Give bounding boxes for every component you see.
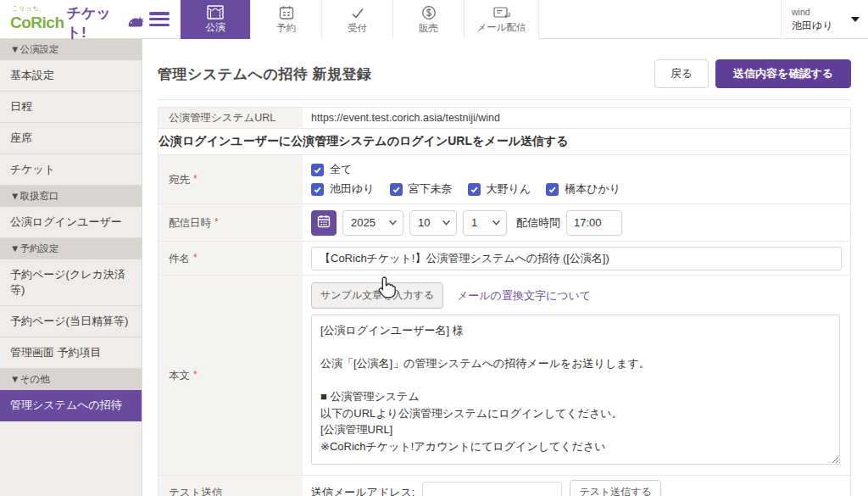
- checkbox-checked-icon: [546, 183, 559, 196]
- year-select-wrap: 2025: [342, 210, 403, 236]
- confirm-send-button[interactable]: 送信内容を確認する: [715, 59, 851, 88]
- sidebar-item-basic-settings[interactable]: 基本設定: [0, 60, 142, 92]
- tab-reservation[interactable]: 予約: [251, 0, 322, 39]
- checkbox-checked-icon: [468, 183, 481, 196]
- check-icon: [350, 5, 365, 20]
- dollar-circle-icon: [421, 5, 437, 20]
- tab-label: 公演: [206, 21, 225, 34]
- sidebar-item-admin-system-invite[interactable]: 管理システムへの招待: [0, 390, 142, 421]
- tab-reception[interactable]: 受付: [322, 0, 393, 39]
- recipient-checkbox-user[interactable]: 宮下未奈: [390, 181, 453, 197]
- invite-form: 公演管理システムURL https://event.test.corich.as…: [158, 107, 851, 496]
- test-email-label: 送信メールアドレス:: [311, 485, 415, 496]
- top-header: こりっち CoRich チケット!: [0, 0, 868, 39]
- mail-send-icon: [493, 6, 510, 20]
- test-send-label: テスト送信: [159, 476, 303, 496]
- delivery-datetime-row: 配信日時* 2025: [159, 204, 850, 242]
- corich-ticket-logo[interactable]: こりっち CoRich チケット!: [10, 3, 146, 37]
- hedgehog-icon: [125, 14, 146, 33]
- tab-sales[interactable]: 販売: [393, 0, 465, 39]
- sidebar-item-seats[interactable]: 座席: [0, 123, 142, 154]
- sidebar-item-reservation-page-card[interactable]: 予約ページ(クレカ決済等): [0, 259, 142, 306]
- sidebar-item-tickets[interactable]: チケット: [0, 154, 142, 186]
- recipient-label: 大野りん: [487, 181, 531, 197]
- sidebar-section-reservation-settings: ▼予約設定: [0, 238, 142, 259]
- tab-mail-delivery[interactable]: メール配信: [465, 0, 539, 39]
- delivery-datetime-label: 配信日時*: [159, 204, 303, 241]
- sidebar-item-schedule[interactable]: 日程: [0, 92, 142, 123]
- calendar-icon: [317, 215, 331, 231]
- recipient-checkbox-all[interactable]: 全て: [311, 162, 352, 177]
- month-select-wrap: 10: [409, 210, 457, 236]
- test-send-row: テスト送信 送信メールアドレス: テスト送信する: [159, 476, 850, 496]
- test-email-input[interactable]: [422, 482, 562, 496]
- year-select[interactable]: 2025: [342, 210, 403, 236]
- recipients-label: 宛先*: [159, 155, 303, 203]
- mail-body-textarea[interactable]: [公演ログインユーザー名] 様 公演「[公演名]」の管理システムへの招待メールを…: [311, 315, 840, 465]
- month-select[interactable]: 10: [409, 210, 457, 236]
- title-bar: 管理システムへの招待 新規登録 戻る 送信内容を確認する: [158, 39, 851, 100]
- user-org-name: wind: [792, 6, 849, 19]
- main-content: 管理システムへの招待 新規登録 戻る 送信内容を確認する 公演管理システムURL…: [142, 39, 868, 496]
- logo-brand-green: CoRich: [10, 14, 64, 32]
- checkbox-checked-icon: [311, 164, 324, 176]
- delivery-time-label: 配信時間: [516, 215, 560, 231]
- day-select-wrap: 1: [463, 210, 507, 236]
- tab-label: 受付: [348, 22, 367, 35]
- recipients-row: 宛先* 全て: [159, 155, 850, 204]
- day-select[interactable]: 1: [463, 210, 507, 236]
- system-url-label: 公演管理システムURL: [159, 108, 303, 128]
- subject-label: 件名*: [159, 242, 303, 275]
- mail-section-row: 公演ログインユーザーに公演管理システムのログインURLをメール送信する: [159, 129, 850, 155]
- main-nav-tabs: 公演 予約 受付: [180, 0, 539, 39]
- recipient-label: 宮下未奈: [409, 181, 453, 197]
- logo-ruby-text: こりっち: [12, 4, 40, 13]
- system-url-row: 公演管理システムURL https://event.test.corich.as…: [159, 108, 850, 129]
- system-url-value: https://event.test.corich.asia/testniji/…: [303, 108, 850, 128]
- subject-row: 件名*: [159, 242, 850, 276]
- sidebar-item-reservation-page-onsite[interactable]: 予約ページ(当日精算等): [0, 306, 142, 337]
- stage-curtain-icon: [207, 5, 224, 20]
- insert-sample-text-button[interactable]: サンプル文章を入力する: [311, 282, 443, 309]
- recipient-checkbox-user[interactable]: 大野りん: [468, 181, 531, 197]
- user-display-name: 池田ゆり: [792, 19, 849, 33]
- recipient-checkbox-user[interactable]: 池田ゆり: [311, 181, 375, 197]
- chevron-down-icon: [851, 17, 860, 22]
- page-title: 管理システムへの招待 新規登録: [158, 64, 372, 84]
- sidebar-item-login-users[interactable]: 公演ログインユーザー: [0, 207, 142, 238]
- logo-brand-purple: チケット!: [67, 3, 125, 42]
- subject-input[interactable]: [311, 247, 842, 270]
- mail-section-title: 公演ログインユーザーに公演管理システムのログインURLをメール送信する: [159, 129, 569, 154]
- required-mark: *: [214, 216, 219, 230]
- required-mark: *: [193, 252, 198, 265]
- settings-sidebar: ▼公演設定 基本設定 日程 座席 チケット ▼取扱窓口 公演ログインユーザー ▼…: [0, 39, 142, 496]
- tab-label: メール配信: [476, 21, 526, 34]
- recipient-label: 池田ゆり: [330, 181, 375, 197]
- tab-performance[interactable]: 公演: [180, 0, 251, 39]
- app-window: こりっち CoRich チケット!: [0, 0, 868, 496]
- calendar-picker-button[interactable]: [311, 210, 337, 236]
- tab-label: 予約: [276, 22, 296, 35]
- recipient-label: 全て: [330, 162, 352, 177]
- delivery-time-input[interactable]: [566, 210, 622, 236]
- recipient-checkbox-user[interactable]: 橋本ひかり: [546, 181, 620, 197]
- required-mark: *: [193, 173, 198, 187]
- required-mark: *: [193, 369, 198, 382]
- back-button[interactable]: 戻る: [654, 59, 709, 88]
- sidebar-section-sales-window: ▼取扱窓口: [0, 186, 142, 207]
- sidebar-section-other: ▼その他: [0, 369, 142, 390]
- user-menu[interactable]: wind 池田ゆり: [781, 0, 868, 39]
- sidebar-item-admin-reservation-fields[interactable]: 管理画面 予約項目: [0, 337, 142, 369]
- mail-body-row: 本文* サンプル文章を入力する メールの置換文字について [公演ログインユーザー…: [159, 276, 850, 476]
- mail-body-label: 本文*: [159, 276, 303, 475]
- test-send-button[interactable]: テスト送信する: [570, 480, 660, 496]
- checkbox-checked-icon: [311, 183, 324, 196]
- tab-label: 販売: [419, 22, 438, 35]
- mail-replacement-chars-link[interactable]: メールの置換文字について: [457, 288, 591, 304]
- checkbox-checked-icon: [390, 183, 403, 196]
- recipient-label: 橋本ひかり: [565, 181, 620, 197]
- calendar-icon: [279, 5, 294, 20]
- hamburger-menu-icon[interactable]: [149, 9, 171, 30]
